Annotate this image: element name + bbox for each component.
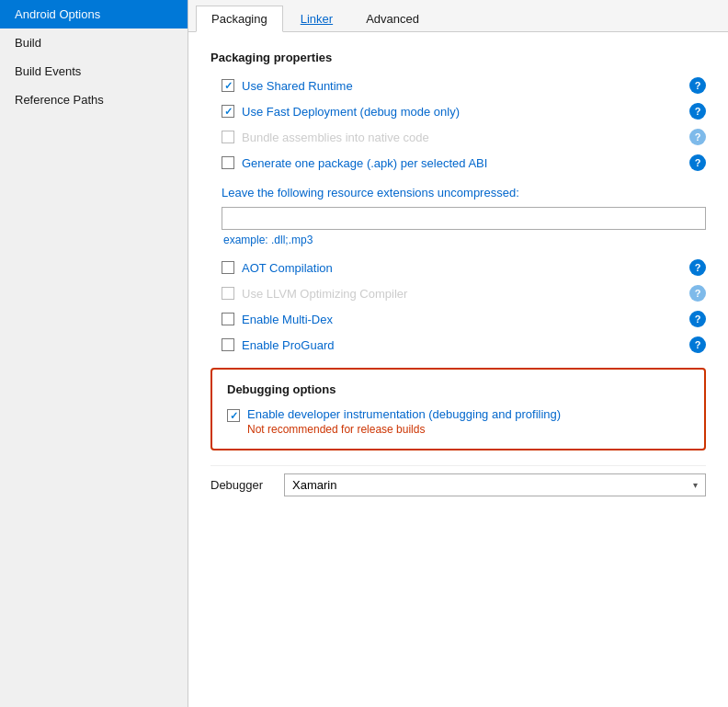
option-label-use-shared-runtime: Use Shared Runtime xyxy=(242,79,682,93)
content-area: Packaging properties Use Shared Runtime … xyxy=(188,32,728,707)
checkbox-use-shared-runtime[interactable] xyxy=(222,79,234,92)
tab-packaging[interactable]: Packaging xyxy=(196,6,283,32)
checkbox-bundle-assemblies[interactable] xyxy=(222,131,234,143)
debug-option-sublabel: Not recommended for release builds xyxy=(247,423,561,436)
checkbox-use-llvm[interactable] xyxy=(222,287,234,300)
resource-extensions-section: Leave the following resource extensions … xyxy=(222,186,706,246)
debug-option-text: Enable developer instrumentation (debugg… xyxy=(247,407,561,436)
option-enable-proguard: Enable ProGuard ? xyxy=(210,336,706,353)
debugging-options-box: Debugging options Enable developer instr… xyxy=(210,368,706,450)
resource-extensions-input[interactable] xyxy=(222,207,706,230)
debugger-value: Xamarin xyxy=(292,478,336,492)
option-label-use-llvm: Use LLVM Optimizing Compiler xyxy=(242,287,682,301)
option-aot-compilation: AOT Compilation ? xyxy=(210,259,706,276)
help-icon-aot-compilation[interactable]: ? xyxy=(689,259,706,276)
option-label-enable-multi-dex: Enable Multi-Dex xyxy=(242,313,682,326)
sidebar-item-android-options[interactable]: Android Options xyxy=(0,0,188,29)
sidebar-item-label: Reference Paths xyxy=(15,93,104,107)
checkbox-use-fast-deployment[interactable] xyxy=(222,105,234,118)
resource-example: example: .dll;.mp3 xyxy=(222,234,706,246)
debug-section-title: Debugging options xyxy=(227,382,689,396)
sidebar-item-label: Build Events xyxy=(15,64,81,78)
checkbox-debug-instrumentation[interactable] xyxy=(227,409,240,422)
debug-option-label: Enable developer instrumentation (debugg… xyxy=(247,407,561,421)
help-icon-enable-proguard[interactable]: ? xyxy=(689,336,706,353)
sidebar-item-build[interactable]: Build xyxy=(0,29,188,57)
help-icon-use-fast-deployment[interactable]: ? xyxy=(689,103,706,120)
sidebar-item-reference-paths[interactable]: Reference Paths xyxy=(0,86,188,114)
sidebar-item-build-events[interactable]: Build Events xyxy=(0,57,188,86)
sidebar-item-label: Android Options xyxy=(15,7,100,21)
checkbox-enable-proguard[interactable] xyxy=(222,338,234,351)
sidebar: Android Options Build Build Events Refer… xyxy=(0,0,188,707)
debug-option-row: Enable developer instrumentation (debugg… xyxy=(227,407,689,436)
option-label-aot-compilation: AOT Compilation xyxy=(242,261,682,275)
help-icon-use-shared-runtime[interactable]: ? xyxy=(689,77,706,94)
option-label-use-fast-deployment: Use Fast Deployment (debug mode only) xyxy=(242,105,682,119)
option-label-enable-proguard: Enable ProGuard xyxy=(242,338,682,352)
checkbox-generate-package[interactable] xyxy=(222,156,234,169)
main-panel: Packaging Linker Advanced Packaging prop… xyxy=(188,0,728,707)
debugger-label: Debugger xyxy=(210,478,284,492)
debugger-row: Debugger Xamarin ▾ xyxy=(210,465,706,504)
help-icon-bundle-assemblies[interactable]: ? xyxy=(689,129,706,145)
dropdown-arrow-icon: ▾ xyxy=(693,480,698,490)
debugger-select[interactable]: Xamarin ▾ xyxy=(284,473,706,496)
help-icon-use-llvm[interactable]: ? xyxy=(689,285,706,302)
option-bundle-assemblies: Bundle assemblies into native code ? xyxy=(210,129,706,145)
packaging-section-title: Packaging properties xyxy=(210,51,706,64)
sidebar-item-label: Build xyxy=(15,36,41,50)
option-use-fast-deployment: Use Fast Deployment (debug mode only) ? xyxy=(210,103,706,120)
option-generate-package: Generate one package (.apk) per selected… xyxy=(210,154,706,171)
checkbox-enable-multi-dex[interactable] xyxy=(222,313,234,325)
checkbox-aot-compilation[interactable] xyxy=(222,261,234,274)
help-icon-enable-multi-dex[interactable]: ? xyxy=(689,311,706,327)
option-use-llvm: Use LLVM Optimizing Compiler ? xyxy=(210,285,706,302)
tab-linker[interactable]: Linker xyxy=(285,6,348,31)
option-label-generate-package: Generate one package (.apk) per selected… xyxy=(242,156,682,170)
option-enable-multi-dex: Enable Multi-Dex ? xyxy=(210,311,706,327)
option-use-shared-runtime: Use Shared Runtime ? xyxy=(210,77,706,94)
resource-extensions-label: Leave the following resource extensions … xyxy=(222,186,706,200)
help-icon-generate-package[interactable]: ? xyxy=(689,154,706,171)
option-label-bundle-assemblies: Bundle assemblies into native code xyxy=(242,131,682,144)
tab-advanced[interactable]: Advanced xyxy=(350,6,435,31)
tab-bar: Packaging Linker Advanced xyxy=(188,0,728,32)
